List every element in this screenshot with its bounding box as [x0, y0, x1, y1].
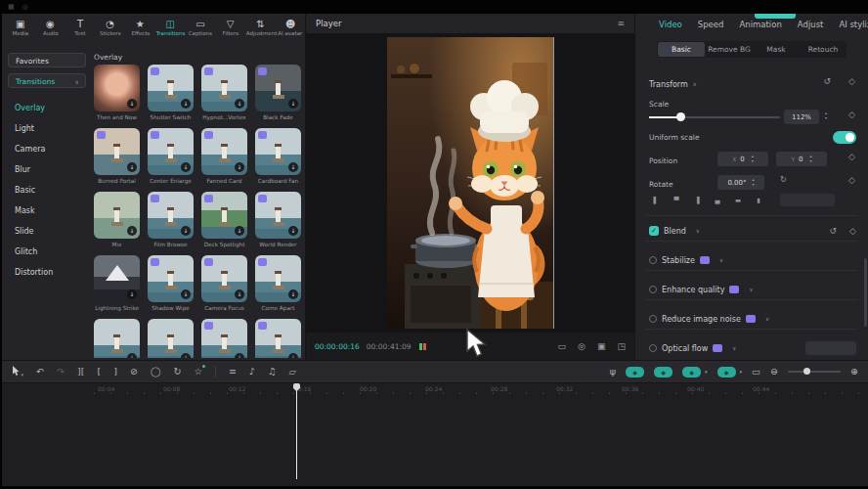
download-icon[interactable]: ↓: [127, 353, 137, 358]
checkbox[interactable]: [649, 286, 657, 293]
section-keyframe-icon[interactable]: ◇: [849, 226, 856, 236]
download-icon[interactable]: ↓: [181, 289, 191, 299]
download-icon[interactable]: ↓: [127, 289, 137, 299]
download-icon[interactable]: ↓: [127, 226, 137, 236]
download-icon[interactable]: ↓: [181, 226, 191, 236]
chevron-down-icon[interactable]: ∨: [749, 287, 753, 292]
scale-slider[interactable]: [649, 116, 780, 118]
checkbox[interactable]: [649, 344, 657, 352]
smart-cut-button[interactable]: ☆: [194, 367, 202, 377]
transition-item-partial-17[interactable]: ↓: [148, 319, 194, 358]
transform-reset-icon[interactable]: ↺: [823, 76, 831, 86]
transition-item-black-fade[interactable]: ↓: [255, 65, 301, 111]
scale-stepper[interactable]: ▴▾: [825, 111, 827, 120]
select-tool-button[interactable]: ▾: [12, 366, 23, 378]
player-menu-icon[interactable]: ≡: [617, 14, 625, 33]
transition-item-hypnot-vortex[interactable]: ↓: [201, 65, 247, 111]
timeline-zoom-slider[interactable]: [788, 371, 841, 373]
video-frame[interactable]: [387, 37, 554, 329]
align-right-button[interactable]: ▐: [690, 195, 704, 206]
delete-button[interactable]: ⊘: [130, 367, 138, 377]
sidebar-item-glitch[interactable]: Glitch: [2, 242, 88, 262]
download-icon[interactable]: ↓: [235, 99, 244, 109]
chevron-down-icon[interactable]: ∨: [719, 257, 723, 263]
transition-item-shadow-wipe[interactable]: ↓: [148, 255, 194, 302]
download-icon[interactable]: ↓: [127, 99, 137, 109]
range-right-button[interactable]: ]: [113, 367, 117, 377]
tool-audio[interactable]: ◉Audio: [36, 18, 65, 47]
transition-item-cardboard-fan[interactable]: ↓: [255, 128, 301, 175]
transition-item-center-enlarge[interactable]: ↓: [148, 128, 194, 175]
align-top-button[interactable]: ▀: [670, 195, 683, 206]
ratio-icon[interactable]: ▭: [558, 341, 567, 351]
transition-item-deck-spotlight[interactable]: ↓: [201, 192, 247, 239]
y-stepper[interactable]: ▴▾: [810, 155, 812, 163]
screen-preview-button[interactable]: ▭: [752, 367, 760, 377]
rotate-stepper[interactable]: ▴▾: [752, 178, 754, 187]
download-icon[interactable]: ↓: [181, 162, 191, 172]
download-icon[interactable]: ↓: [288, 99, 298, 109]
quality-indicator-icon[interactable]: [419, 343, 426, 350]
checkbox-checked[interactable]: ✓: [649, 226, 659, 236]
range-left-button[interactable]: [: [97, 367, 101, 377]
tool-captions[interactable]: ▭Captions: [186, 18, 215, 47]
zoom-out-button[interactable]: ⊖: [770, 367, 778, 377]
checkbox[interactable]: [649, 315, 657, 323]
subtab-remove-bg[interactable]: Remove BG: [706, 42, 753, 57]
favorites-button[interactable]: Favorites: [8, 53, 86, 67]
mask-button[interactable]: ◯: [151, 367, 161, 377]
sidebar-item-mask[interactable]: Mask: [2, 200, 88, 221]
rotate-keyframe-icon[interactable]: ◇: [848, 175, 855, 185]
position-x-box[interactable]: X 0 ▴▾: [717, 152, 768, 166]
transition-item-world-render[interactable]: ↓: [255, 192, 301, 239]
transition-item-then-and-now[interactable]: ↓: [94, 65, 140, 111]
tool-transitions[interactable]: ◫Transitions: [155, 18, 185, 47]
crop-button[interactable]: ▱: [289, 367, 296, 377]
audio-separate-button[interactable]: ♫: [268, 367, 277, 377]
preview-area[interactable]: [306, 33, 634, 333]
tool-adjustment[interactable]: ⇅Adjustment: [245, 18, 275, 47]
transition-item-partial-18[interactable]: ↓: [201, 319, 247, 358]
snap-toggle[interactable]: ◆: [717, 367, 736, 378]
section-reset-icon[interactable]: ↺: [830, 226, 838, 236]
scale-value-box[interactable]: 112%: [784, 110, 819, 124]
voiceover-mic-button[interactable]: ψ: [610, 367, 616, 377]
tool-filters[interactable]: ▽Filters: [216, 18, 245, 47]
transform-keyframe-icon[interactable]: ◇: [848, 76, 855, 86]
chevron-down-icon[interactable]: ∨: [696, 228, 700, 234]
subtab-basic[interactable]: Basic: [658, 42, 705, 57]
align-center-v-button[interactable]: ▮: [752, 195, 765, 206]
uniform-scale-toggle[interactable]: [833, 131, 856, 144]
sidebar-item-slide[interactable]: Slide: [2, 221, 88, 242]
download-icon[interactable]: ↓: [235, 353, 244, 358]
scale-keyframe-icon[interactable]: ◇: [848, 110, 855, 119]
subtab-retouch[interactable]: Retouch: [800, 42, 846, 57]
transition-item-partial-16[interactable]: ↓: [94, 319, 140, 358]
sidebar-item-blur[interactable]: Blur: [2, 159, 88, 180]
tool-stickers[interactable]: ◔Stickers: [96, 18, 125, 47]
download-icon[interactable]: ↓: [181, 353, 191, 358]
chevron-down-icon[interactable]: ∨: [765, 316, 769, 322]
sidebar-item-basic[interactable]: Basic: [2, 180, 88, 200]
mute-track-button[interactable]: ♪: [249, 367, 255, 377]
sidebar-item-camera[interactable]: Camera: [2, 139, 88, 159]
fullscreen-icon[interactable]: ◳: [617, 341, 626, 351]
position-keyframe-icon[interactable]: ◇: [848, 152, 855, 161]
download-icon[interactable]: ↓: [288, 226, 298, 236]
scrollbar[interactable]: [864, 258, 867, 327]
chevron-down-icon[interactable]: ∨: [732, 345, 736, 351]
scale-slider-knob[interactable]: [676, 112, 685, 121]
tab-animation[interactable]: Animation: [739, 20, 781, 29]
tool-ai-avatar[interactable]: ☻AI avatar: [276, 18, 305, 47]
download-icon[interactable]: ↓: [181, 99, 191, 109]
tool-effects[interactable]: ★Effects: [126, 18, 155, 47]
align-bottom-button[interactable]: ▄: [711, 195, 724, 206]
transition-item-lightning-strike[interactable]: ↓: [94, 255, 140, 302]
tab-video[interactable]: Video: [659, 20, 682, 29]
export-button-edge[interactable]: [755, 14, 796, 19]
split-button[interactable]: ][: [77, 367, 84, 377]
transition-item-film-browse[interactable]: ↓: [148, 192, 194, 239]
sidebar-item-light[interactable]: Light: [2, 118, 88, 139]
grid-overlay-icon[interactable]: ▣: [597, 341, 606, 351]
disabled-apply-button[interactable]: [805, 341, 856, 355]
